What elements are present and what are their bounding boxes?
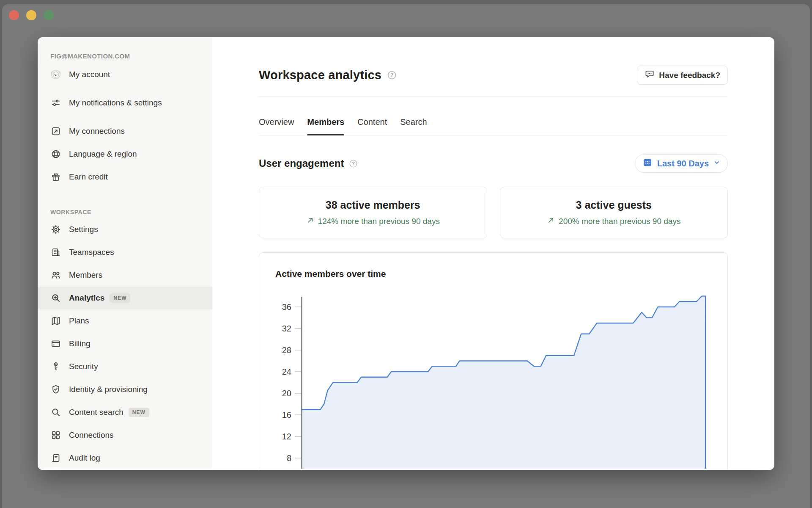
sidebar-item-label: Content search [69, 407, 123, 418]
sidebar-item-members[interactable]: Members [38, 264, 212, 287]
people-icon [50, 270, 63, 281]
active-members-chart: 363228242016128 [259, 291, 727, 469]
close-button[interactable] [9, 10, 19, 20]
svg-text:20: 20 [282, 389, 291, 398]
active-members-chart-card: Active members over time 363228242016128 [259, 252, 728, 470]
date-range-dropdown[interactable]: Last 90 Days [635, 154, 728, 173]
magnifier-icon [50, 407, 63, 418]
sidebar-item-my-account[interactable]: My account [38, 63, 212, 86]
sidebar-item-language-region[interactable]: Language & region [38, 143, 212, 166]
feedback-button-label: Have feedback? [659, 71, 720, 80]
gear-icon [50, 224, 63, 235]
sidebar-item-label: Earn credit [69, 171, 108, 182]
svg-text:?: ? [352, 161, 355, 166]
building-icon [50, 247, 63, 258]
sidebar-item-label: Analytics [69, 293, 104, 304]
grid-icon [50, 430, 63, 441]
globe-icon [50, 149, 63, 160]
sidebar-item-teamspaces[interactable]: Teamspaces [38, 241, 212, 264]
workspace-section-label: WORKSPACE [50, 209, 212, 215]
tab-overview[interactable]: Overview [259, 117, 294, 135]
active-guests-stat-card: 3 active guests 200% more than previous … [500, 187, 728, 238]
trend-up-arrow-icon [306, 216, 314, 226]
sidebar-item-analytics[interactable]: Analytics NEW [38, 287, 212, 309]
sidebar-item-label: Settings [69, 224, 98, 235]
sidebar-item-label: Security [69, 361, 98, 372]
tab-search[interactable]: Search [400, 117, 427, 135]
tab-content[interactable]: Content [357, 117, 387, 135]
svg-text:24: 24 [282, 367, 291, 376]
settings-dialog: FIG@MAKENOTION.COM My account My notific… [38, 37, 774, 470]
sidebar-item-label: My connections [69, 126, 125, 137]
tab-members[interactable]: Members [307, 117, 344, 135]
window-controls [9, 10, 54, 20]
magnifier-sparkle-icon [50, 293, 63, 304]
svg-text:8: 8 [287, 453, 291, 463]
svg-text:32: 32 [282, 324, 291, 333]
sidebar-item-connections[interactable]: Connections [38, 424, 212, 447]
account-email-label: FIG@MAKENOTION.COM [50, 52, 212, 60]
stat-delta-label: 200% more than previous 90 days [559, 217, 680, 226]
analytics-main-panel: Workspace analytics ? Have feedback? Ove… [212, 37, 774, 470]
stat-value: 38 active members [326, 199, 420, 211]
sidebar-item-label: Audit log [69, 453, 100, 464]
feedback-bubble-icon [645, 69, 655, 81]
sidebar-item-plans[interactable]: Plans [38, 309, 212, 332]
date-range-label: Last 90 Days [657, 159, 709, 168]
arrow-up-right-square-icon [50, 126, 63, 137]
sidebar-item-label: Members [69, 270, 102, 281]
new-badge: NEW [129, 408, 149, 417]
sidebar-item-label: Connections [69, 430, 114, 441]
page-title: Workspace analytics [259, 68, 381, 82]
sidebar-item-label: Language & region [69, 149, 137, 160]
svg-text:?: ? [390, 72, 393, 77]
sidebar-item-security[interactable]: Security [38, 355, 212, 378]
new-badge: NEW [110, 293, 130, 303]
svg-text:28: 28 [282, 345, 291, 355]
have-feedback-button[interactable]: Have feedback? [637, 66, 728, 85]
chart-title: Active members over time [275, 268, 727, 280]
sidebar-item-label: Plans [69, 315, 89, 326]
sidebar-item-label: Billing [69, 338, 91, 349]
active-members-stat-card: 38 active members 124% more than previou… [259, 187, 487, 238]
zoom-button[interactable] [44, 10, 54, 20]
sidebar-item-label: Identity & provisioning [69, 384, 148, 395]
key-icon [50, 361, 63, 372]
help-icon[interactable]: ? [349, 159, 358, 168]
sidebar-item-identity-provisioning[interactable]: Identity & provisioning [38, 378, 212, 401]
sidebar-item-audit-log[interactable]: Audit log [38, 447, 212, 469]
analytics-tabs: Overview Members Content Search [259, 97, 728, 135]
trend-up-arrow-icon [547, 216, 555, 226]
calendar-icon [642, 157, 653, 170]
user-engagement-heading: User engagement [259, 157, 344, 169]
sidebar-item-label: My notifications & settings [69, 97, 162, 108]
sidebar-item-label: My account [69, 69, 110, 80]
sidebar-item-content-search[interactable]: Content search NEW [38, 401, 212, 424]
svg-text:16: 16 [282, 410, 291, 420]
sidebar-item-my-connections[interactable]: My connections [38, 120, 212, 143]
map-icon [50, 315, 63, 326]
stat-value: 3 active guests [576, 199, 652, 211]
settings-sidebar: FIG@MAKENOTION.COM My account My notific… [38, 37, 212, 470]
shield-check-icon [50, 384, 63, 395]
credit-card-icon [50, 338, 63, 349]
svg-text:12: 12 [282, 432, 291, 441]
gift-icon [50, 171, 63, 182]
sidebar-item-label: Teamspaces [69, 247, 114, 258]
help-icon[interactable]: ? [387, 70, 397, 80]
stat-delta-label: 124% more than previous 90 days [318, 217, 440, 226]
sidebar-item-my-notifications-settings[interactable]: My notifications & settings [38, 86, 212, 120]
svg-text:36: 36 [282, 302, 291, 312]
chevron-down-icon [713, 159, 721, 168]
minimize-button[interactable] [26, 10, 36, 20]
sidebar-item-billing[interactable]: Billing [38, 332, 212, 355]
sidebar-item-earn-credit[interactable]: Earn credit [38, 166, 212, 188]
sliders-icon [50, 97, 63, 108]
koala-avatar [50, 69, 63, 80]
scroll-icon [50, 453, 63, 464]
sidebar-item-settings[interactable]: Settings [38, 218, 212, 241]
